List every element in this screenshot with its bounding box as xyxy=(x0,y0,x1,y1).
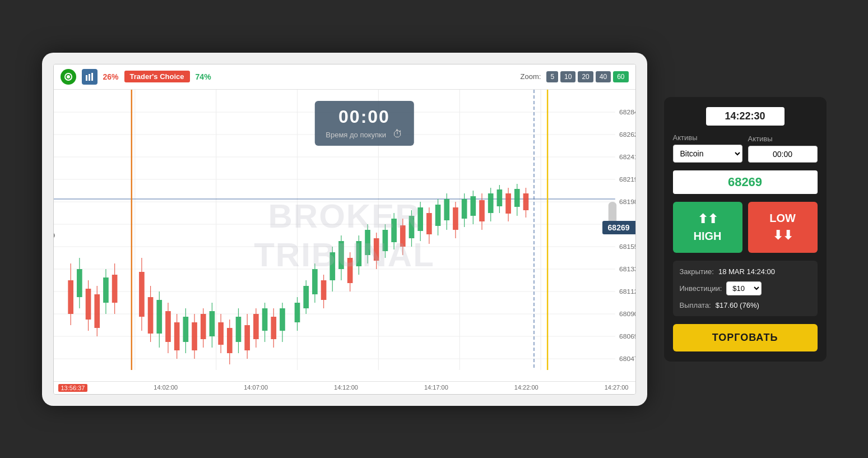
svg-rect-68 xyxy=(209,311,215,336)
chart-type-icon[interactable] xyxy=(82,69,98,85)
svg-rect-86 xyxy=(294,303,300,322)
svg-rect-124 xyxy=(461,199,467,219)
svg-rect-58 xyxy=(165,311,171,342)
svg-rect-50 xyxy=(112,275,117,303)
time-col: Активы xyxy=(748,135,818,163)
expiry-time-input[interactable] xyxy=(748,146,818,163)
low-label: LOW xyxy=(769,212,796,225)
close-value: 18 MAR 14:24:00 xyxy=(718,267,775,276)
live-icon[interactable] xyxy=(61,69,76,85)
xaxis-time-0: 13:56:37 xyxy=(58,384,88,392)
percent-red: 26% xyxy=(103,72,119,81)
zoom-20[interactable]: 20 xyxy=(578,71,593,82)
trade-button[interactable]: ТОРГОВАТЬ xyxy=(673,324,818,351)
svg-text:68112.0: 68112.0 xyxy=(619,288,635,294)
arrow-down-icon: ⬇⬇ xyxy=(773,228,793,243)
assets-label-2: Активы xyxy=(748,135,818,143)
assets-label-1: Активы xyxy=(673,133,742,142)
timer-icon: ⏱ xyxy=(393,128,403,140)
svg-rect-74 xyxy=(235,317,241,342)
high-label: HIGH xyxy=(694,230,722,243)
svg-rect-62 xyxy=(183,317,188,342)
svg-rect-82 xyxy=(271,317,276,339)
timer-label: Время до покупки ⏱ xyxy=(326,128,402,140)
close-row: Закрытие: 18 MAR 14:24:00 xyxy=(680,267,811,276)
svg-rect-120 xyxy=(444,199,449,220)
payout-value: $17.60 (76%) xyxy=(716,301,759,309)
action-buttons: ⬆⬆ HIGH LOW ⬇⬇ xyxy=(673,202,818,253)
svg-rect-108 xyxy=(391,219,397,242)
svg-rect-42 xyxy=(77,269,82,297)
xaxis-time-2: 14:07:00 xyxy=(244,384,268,392)
investment-row: Инвестиции: $10 $25 $50 $100 xyxy=(680,281,811,295)
svg-rect-130 xyxy=(488,193,493,213)
timer-overlay: 00:00 Время до покупки ⏱ xyxy=(314,101,414,146)
svg-rect-132 xyxy=(496,189,502,206)
svg-rect-48 xyxy=(103,277,109,303)
close-label: Закрытие: xyxy=(680,267,714,276)
svg-rect-138 xyxy=(523,193,528,210)
svg-rect-46 xyxy=(94,294,100,328)
svg-rect-106 xyxy=(382,230,388,251)
svg-rect-72 xyxy=(226,328,232,353)
svg-rect-136 xyxy=(514,189,519,207)
arrow-up-icon: ⬆⬆ xyxy=(698,212,718,226)
chart-toolbar: 26% Trader's Choice 74% Zoom: 5 10 20 40… xyxy=(54,64,635,90)
svg-rect-40 xyxy=(68,280,73,314)
svg-rect-126 xyxy=(470,196,476,216)
high-button[interactable]: ⬆⬆ HIGH xyxy=(673,202,742,253)
svg-rect-60 xyxy=(174,322,179,350)
price-tag: 68269 xyxy=(602,221,635,234)
svg-rect-112 xyxy=(409,216,414,238)
svg-rect-118 xyxy=(435,205,440,226)
svg-rect-80 xyxy=(262,308,267,331)
svg-text:68133.5: 68133.5 xyxy=(619,266,635,272)
svg-rect-4 xyxy=(91,73,93,81)
svg-rect-56 xyxy=(156,300,162,334)
percent-green: 74% xyxy=(196,72,211,81)
asset-col: Активы Bitcoin Ethereum Gold EUR/USD xyxy=(673,133,742,163)
asset-row: Активы Bitcoin Ethereum Gold EUR/USD Акт… xyxy=(673,133,818,163)
svg-rect-116 xyxy=(426,213,432,234)
investment-label: Инвестиции: xyxy=(680,284,722,293)
svg-rect-2 xyxy=(86,75,87,81)
xaxis-time-6: 14:27:00 xyxy=(605,384,629,392)
investment-select[interactable]: $10 $25 $50 $100 xyxy=(726,281,762,295)
chart-container: 26% Trader's Choice 74% Zoom: 5 10 20 40… xyxy=(53,64,636,395)
tablet: 26% Trader's Choice 74% Zoom: 5 10 20 40… xyxy=(42,53,647,406)
svg-text:68262.5: 68262.5 xyxy=(619,131,635,137)
info-panel: Закрытие: 18 MAR 14:24:00 Инвестиции: $1… xyxy=(673,261,818,316)
svg-text:68155.0: 68155.0 xyxy=(619,243,635,249)
xaxis-time-4: 14:17:00 xyxy=(424,384,448,392)
zoom-label: Zoom: xyxy=(521,72,541,81)
svg-rect-122 xyxy=(453,207,458,230)
current-time: 14:22:30 xyxy=(706,107,785,126)
zoom-10[interactable]: 10 xyxy=(560,71,575,82)
zoom-60[interactable]: 60 xyxy=(613,71,628,82)
svg-text:68219.5: 68219.5 xyxy=(619,176,635,182)
xaxis-time-3: 14:12:00 xyxy=(334,384,358,392)
svg-text:68090.5: 68090.5 xyxy=(619,311,635,317)
price-display: 68269 xyxy=(673,170,818,194)
svg-rect-92 xyxy=(321,280,326,300)
svg-rect-114 xyxy=(417,207,423,231)
x-axis: 13:56:37 14:02:00 14:07:00 14:12:00 14:1… xyxy=(54,381,635,394)
zoom-40[interactable]: 40 xyxy=(596,71,611,82)
svg-rect-100 xyxy=(356,241,361,266)
zoom-buttons: 5 10 20 40 60 xyxy=(546,71,628,82)
main-container: 26% Trader's Choice 74% Zoom: 5 10 20 40… xyxy=(42,53,827,406)
low-button[interactable]: LOW ⬇⬇ xyxy=(748,202,818,253)
svg-rect-98 xyxy=(347,258,352,283)
svg-text:68069.0: 68069.0 xyxy=(619,333,635,339)
svg-rect-70 xyxy=(218,322,224,345)
svg-rect-54 xyxy=(147,297,153,334)
svg-text:68284.0: 68284.0 xyxy=(619,109,635,115)
svg-text:68198.0: 68198.0 xyxy=(619,198,635,205)
svg-rect-44 xyxy=(85,289,91,320)
svg-rect-3 xyxy=(89,74,90,81)
svg-rect-76 xyxy=(244,325,250,350)
svg-rect-110 xyxy=(400,225,405,247)
zoom-5[interactable]: 5 xyxy=(546,71,558,82)
right-panel: 14:22:30 Активы Bitcoin Ethereum Gold EU… xyxy=(664,97,827,362)
asset-select[interactable]: Bitcoin Ethereum Gold EUR/USD xyxy=(673,145,742,163)
